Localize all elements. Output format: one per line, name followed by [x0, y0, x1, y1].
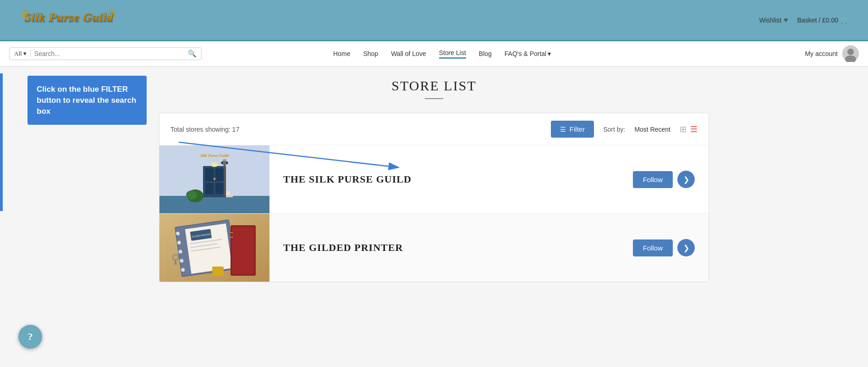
- help-bubble[interactable]: ?: [18, 325, 42, 349]
- logo-area[interactable]: Silk Purse Guild: [18, 4, 119, 36]
- filter-button-label: Filter: [570, 125, 585, 133]
- store-info-2: The Gilded Printer Follow ❯: [269, 230, 709, 266]
- store-name-2: The Gilded Printer: [283, 242, 403, 254]
- svg-point-23: [186, 190, 197, 200]
- basket-icon: 🛒: [841, 16, 850, 24]
- search-input[interactable]: [34, 50, 184, 57]
- store-name-1: The Silk Purse Guild: [283, 173, 412, 185]
- svg-rect-13: [205, 168, 214, 181]
- nav-blog[interactable]: Blog: [479, 50, 492, 57]
- basket-label: Basket / £0.00: [797, 17, 838, 24]
- store-info-1: The Silk Purse Guild Follow ❯: [269, 161, 709, 197]
- sort-label: Sort by:: [603, 126, 625, 133]
- callout-text: Click on the blue FILTER button to revea…: [37, 85, 136, 116]
- svg-rect-43: [231, 237, 233, 238]
- search-icon[interactable]: 🔍: [188, 50, 197, 58]
- svg-point-17: [214, 178, 216, 180]
- heading-divider: [425, 98, 443, 99]
- store-actions-1: Follow ❯: [633, 171, 695, 188]
- my-account-area[interactable]: My account: [805, 45, 859, 62]
- nav-shop[interactable]: Shop: [363, 50, 378, 57]
- filter-button[interactable]: ☰ Filter: [551, 121, 594, 138]
- svg-rect-46: [212, 267, 224, 276]
- svg-rect-45: [175, 260, 176, 265]
- svg-point-1: [27, 17, 28, 19]
- svg-rect-42: [231, 232, 233, 233]
- wishlist-link[interactable]: Wishlist ♥: [759, 16, 788, 24]
- heart-icon: ♥: [784, 16, 788, 24]
- chevron-right-icon-2: ❯: [683, 244, 689, 252]
- help-icon: ?: [28, 331, 33, 343]
- top-right-actions: Wishlist ♥ Basket / £0.00 🛒: [759, 16, 850, 24]
- total-stores-label: Total stores showing: 17: [170, 126, 542, 133]
- svg-point-2: [109, 17, 111, 19]
- sort-value: Most Recent: [634, 126, 670, 133]
- store-actions-2: Follow ❯: [633, 239, 695, 256]
- svg-rect-19: [224, 164, 225, 196]
- filter-icon: ☰: [560, 126, 566, 133]
- svg-rect-16: [215, 183, 224, 194]
- store-list-container: Total stores showing: 17 ☰ Filter Sort b…: [159, 113, 709, 282]
- view-toggles: ⊞ ☰: [680, 124, 698, 134]
- avatar: [842, 45, 859, 62]
- go-button-2[interactable]: ❯: [677, 239, 695, 256]
- svg-rect-41: [232, 227, 254, 274]
- left-accent-bar: [0, 73, 3, 211]
- svg-text:Silk Purse Guild: Silk Purse Guild: [24, 11, 113, 24]
- svg-rect-14: [215, 168, 224, 181]
- my-account-label: My account: [805, 50, 838, 57]
- store-row: GILDED PRINTER The Gilded Printer: [159, 214, 709, 282]
- wishlist-label: Wishlist: [759, 17, 781, 24]
- svg-rect-21: [223, 159, 226, 165]
- svg-point-4: [847, 49, 854, 55]
- store-image-2: GILDED PRINTER: [159, 214, 269, 282]
- list-view-icon[interactable]: ☰: [690, 124, 698, 134]
- follow-button-2[interactable]: Follow: [633, 239, 673, 256]
- search-category-label: All: [14, 50, 22, 57]
- top-banner: Silk Purse Guild Wishlist ♥ Basket / £0.…: [0, 0, 868, 41]
- search-area: All ▾ 🔍: [9, 47, 202, 60]
- nav-faq-portal[interactable]: FAQ's & Portal ▾: [505, 50, 551, 57]
- nav-bar: All ▾ 🔍 Home Shop Wall of Love Store Lis…: [0, 41, 868, 67]
- svg-point-18: [211, 162, 218, 167]
- svg-rect-15: [205, 183, 214, 194]
- svg-rect-9: [159, 196, 269, 213]
- search-category-dropdown[interactable]: All ▾: [14, 50, 31, 57]
- main-content: Click on the blue FILTER button to revea…: [0, 67, 868, 365]
- nav-store-list[interactable]: Store List: [439, 49, 466, 59]
- nav-home[interactable]: Home: [333, 50, 350, 57]
- faq-label: FAQ's & Portal: [505, 50, 546, 57]
- chevron-right-icon: ❯: [683, 175, 689, 184]
- store-row: Silk Purse Guild The Silk Purse Guild Fo…: [159, 145, 709, 214]
- go-button-1[interactable]: ❯: [677, 171, 695, 188]
- filter-callout: Click on the blue FILTER button to revea…: [27, 76, 147, 125]
- grid-view-icon[interactable]: ⊞: [680, 124, 687, 134]
- svg-text:Silk Purse Guild: Silk Purse Guild: [200, 153, 229, 158]
- chevron-down-icon: ▾: [23, 50, 27, 57]
- store-toolbar: Total stores showing: 17 ☰ Filter Sort b…: [159, 113, 709, 145]
- store-image-1: Silk Purse Guild: [159, 145, 269, 213]
- faq-chevron-icon: ▾: [548, 50, 551, 57]
- nav-wall-of-love[interactable]: Wall of Love: [391, 50, 426, 57]
- main-nav: Home Shop Wall of Love Store List Blog F…: [333, 49, 551, 59]
- basket-link[interactable]: Basket / £0.00 🛒: [797, 16, 850, 24]
- site-logo: Silk Purse Guild: [18, 4, 119, 36]
- follow-button-1[interactable]: Follow: [633, 171, 673, 188]
